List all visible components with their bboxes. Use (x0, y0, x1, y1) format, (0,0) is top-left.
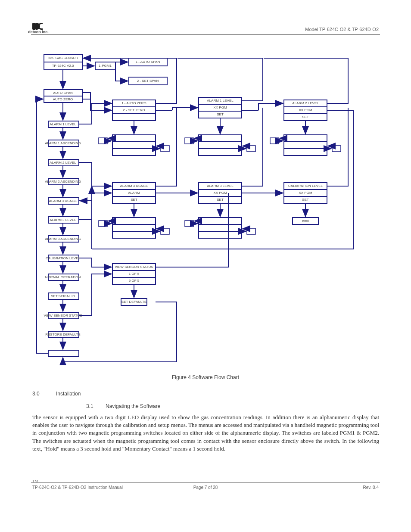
svg-text:SET: SET (131, 198, 137, 202)
footer-left: TP-624C-O2 & TP-624D-O2 Instruction Manu… (32, 485, 123, 490)
svg-rect-62 (161, 146, 169, 152)
svg-rect-64 (199, 142, 242, 149)
svg-text:1 OF 5: 1 OF 5 (129, 272, 140, 276)
svg-text:CALIBRATION LEVEL: CALIBRATION LEVEL (46, 256, 80, 260)
svg-rect-93 (112, 231, 156, 238)
svg-text:XX PGM: XX PGM (299, 108, 312, 112)
svg-rect-70 (284, 149, 327, 156)
alarm1-level: ALARM 1 LEVEL 1 - AUTO ZERO 2 - SET ZERO… (112, 97, 327, 121)
subsection-num: 3.1 (86, 403, 93, 409)
svg-text:SET: SET (217, 112, 224, 116)
logo-text: detcon inc. (28, 30, 49, 34)
svg-rect-97 (199, 224, 242, 231)
svg-rect-99 (185, 221, 193, 227)
svg-text:ALARM 3 LEVEL: ALARM 3 LEVEL (207, 184, 234, 188)
svg-text:1 - AUTO ZERO: 1 - AUTO ZERO (121, 101, 146, 105)
svg-text:next: next (302, 219, 309, 223)
svg-text:AUTO ZERO: AUTO ZERO (53, 97, 73, 101)
svg-rect-67 (247, 146, 255, 152)
svg-rect-0 (32, 23, 36, 30)
svg-text:XX PGM: XX PGM (213, 106, 227, 109)
svg-rect-61 (99, 138, 107, 144)
footer-page: Page 7 of 28 (193, 485, 218, 490)
svg-text:ALARM 3 USAGE: ALARM 3 USAGE (120, 184, 148, 188)
subsection-title: Navigating the Software (106, 403, 161, 409)
svg-rect-58 (112, 135, 156, 142)
svg-text:ALARM 2 LEVEL: ALARM 2 LEVEL (50, 161, 76, 165)
svg-rect-69 (284, 142, 327, 149)
svg-text:SET: SET (217, 198, 224, 202)
svg-text:5 OF 5: 5 OF 5 (129, 279, 140, 283)
svg-rect-47 (112, 114, 156, 121)
svg-text:VIEW SENSOR STATUS: VIEW SENSOR STATUS (44, 314, 82, 317)
figure-caption: Figure 4 Software Flow Chart (172, 374, 240, 380)
svg-text:RESTORE DEFAULTS: RESTORE DEFAULTS (45, 333, 81, 336)
svg-text:ALARM 3 ASCENDING: ALARM 3 ASCENDING (45, 237, 81, 241)
svg-rect-66 (185, 138, 193, 144)
svg-text:ALARM: ALARM (128, 191, 140, 195)
svg-text:XX PGM: XX PGM (299, 191, 312, 195)
svg-text:ALARM 3 LEVEL: ALARM 3 LEVEL (50, 218, 76, 222)
svg-rect-60 (112, 149, 156, 156)
svg-rect-91 (112, 218, 156, 224)
svg-text:SET DEFAULTS: SET DEFAULTS (121, 300, 146, 304)
cluster-row2-sub: next (99, 218, 318, 238)
svg-text:2 - SET ZERO: 2 - SET ZERO (123, 108, 145, 112)
svg-text:XX PGM: XX PGM (213, 191, 227, 195)
svg-rect-100 (247, 228, 255, 234)
page-header: Model TP-624C-O2 & TP-624D-O2 (305, 27, 379, 32)
svg-text:VIEW SENSOR STATUS: VIEW SENSOR STATUS (115, 265, 153, 269)
footer-right: Rev. 0.4 (363, 485, 379, 490)
svg-text:ALARM 1 LEVEL: ALARM 1 LEVEL (50, 122, 76, 126)
svg-rect-68 (284, 135, 327, 142)
svg-text:ALARM 3 USAGE: ALARM 3 USAGE (49, 199, 77, 203)
svg-text:ALARM 1 ASCENDING: ALARM 1 ASCENDING (45, 141, 81, 145)
svg-rect-94 (99, 221, 107, 227)
svg-text:1-PGM1: 1-PGM1 (99, 64, 112, 68)
svg-rect-96 (199, 218, 242, 224)
svg-rect-95 (161, 228, 169, 234)
svg-text:AUTO SPAN: AUTO SPAN (53, 91, 73, 95)
paragraph: The sensor is equipped with a two digit … (32, 414, 379, 453)
svg-rect-71 (270, 138, 279, 144)
svg-text:NORMAL OPERATION: NORMAL OPERATION (45, 275, 81, 279)
svg-rect-65 (199, 149, 242, 156)
cluster-row1-sub (99, 135, 341, 156)
svg-rect-34 (48, 350, 79, 357)
svg-text:SET: SET (302, 198, 309, 202)
section-number: 3.0 (32, 391, 40, 397)
logo: detcon inc. (28, 23, 49, 34)
svg-text:TP-624C V2.0: TP-624C V2.0 (52, 64, 74, 68)
svg-rect-72 (332, 146, 341, 152)
svg-text:CALIBRATION LEVEL: CALIBRATION LEVEL (288, 184, 323, 188)
svg-text:H2S GAS SENSOR: H2S GAS SENSOR (48, 56, 78, 60)
svg-text:SET: SET (302, 115, 309, 119)
svg-text:ALARM 2 LEVEL: ALARM 2 LEVEL (292, 101, 319, 105)
svg-text:2 - SET SPAN: 2 - SET SPAN (137, 79, 159, 83)
svg-rect-98 (199, 231, 242, 238)
svg-text:ALARM 2 ASCENDING: ALARM 2 ASCENDING (45, 180, 81, 184)
section-title: Installation (56, 391, 81, 397)
tm-mark: TM (32, 479, 38, 483)
svg-rect-92 (112, 224, 156, 231)
cluster-row2: ALARM 3 USAGE ALARM SET ALARM 3 LEVEL XX… (112, 183, 327, 203)
svg-rect-59 (112, 142, 156, 149)
svg-rect-63 (199, 135, 242, 142)
svg-text:ALARM 1 LEVEL: ALARM 1 LEVEL (207, 99, 234, 103)
svg-text:SET SERIAL ID: SET SERIAL ID (51, 294, 75, 298)
svg-text:1 - AUTO SPAN: 1 - AUTO SPAN (136, 60, 160, 64)
